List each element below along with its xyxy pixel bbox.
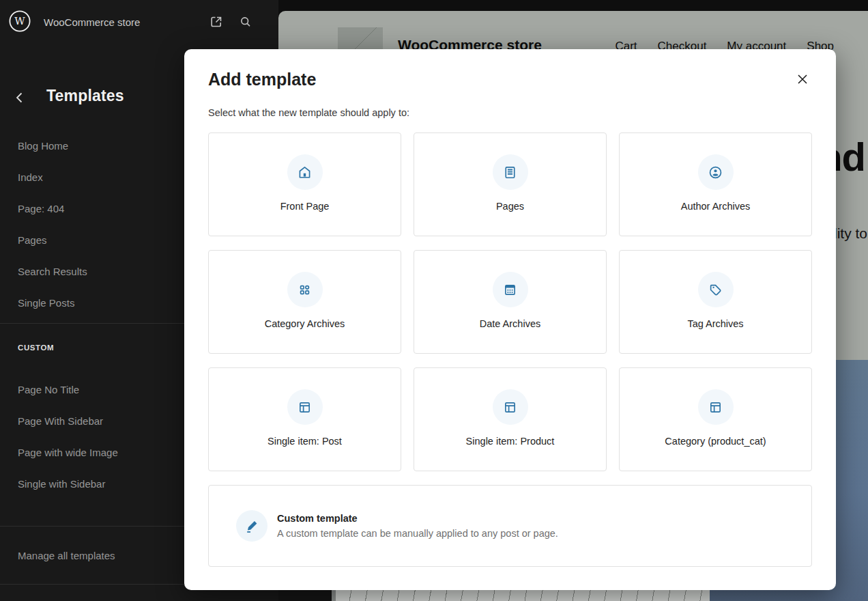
sidebar-divider [0, 584, 184, 585]
template-option-label: Category (product_cat) [665, 436, 766, 447]
add-template-modal: Add template Select what the new templat… [184, 49, 836, 590]
view-site-icon[interactable] [209, 14, 224, 29]
page-icon [502, 164, 519, 181]
modal-subtitle: Select what the new template should appl… [208, 107, 812, 118]
template-option-card[interactable]: Category Archives [208, 250, 401, 354]
template-option-card[interactable]: Tag Archives [619, 250, 812, 354]
template-option-label: Category Archives [265, 318, 345, 329]
svg-text:W: W [14, 15, 25, 27]
template-option-label: Tag Archives [687, 318, 743, 329]
template-option-label: Date Archives [480, 318, 540, 329]
sidebar-header: Templates [0, 86, 184, 109]
calendar-icon [502, 281, 519, 298]
sidebar-item[interactable]: Page With Sidebar [0, 405, 184, 436]
layout-icon [707, 399, 724, 416]
site-name: WooCommerce store [44, 16, 140, 28]
custom-template-card[interactable]: Custom template A custom template can be… [208, 485, 812, 567]
preview-text-fragment: lity to [834, 225, 867, 242]
custom-template-title: Custom template [277, 513, 558, 524]
template-option-card[interactable]: Author Archives [619, 132, 812, 236]
preview-photo-strip [278, 590, 710, 601]
sidebar-item[interactable]: Blog Home [0, 130, 184, 161]
sidebar-item[interactable]: Search Results [0, 255, 184, 287]
template-option-label: Single item: Post [267, 436, 342, 447]
manage-all-templates-button[interactable]: Manage all templates [0, 544, 184, 566]
custom-template-list: Page No TitlePage With SidebarPage with … [0, 374, 184, 499]
template-option-card[interactable]: Single item: Post [208, 367, 401, 471]
sidebar-item[interactable]: Page: 404 [0, 193, 184, 224]
pencil-icon [244, 518, 261, 535]
template-options-grid: Front Page Pages Author Archives Categor… [208, 132, 812, 471]
sidebar-title: Templates [46, 87, 124, 105]
template-option-label: Front Page [280, 201, 330, 212]
sidebar-item[interactable]: Page with wide Image [0, 436, 184, 468]
modal-title: Add template [208, 70, 316, 89]
home-icon [296, 164, 313, 181]
wordpress-logo-icon[interactable]: W [8, 10, 31, 33]
category-icon [296, 281, 313, 298]
template-option-label: Single item: Product [466, 436, 555, 447]
template-option-card[interactable]: Category (product_cat) [619, 367, 812, 471]
search-icon[interactable] [238, 14, 253, 29]
sidebar-item[interactable]: Page No Title [0, 374, 184, 405]
template-option-label: Pages [496, 201, 524, 212]
sidebar-divider [0, 323, 184, 324]
modal-header: Add template [208, 70, 812, 89]
sidebar-item[interactable]: Pages [0, 224, 184, 255]
author-icon [707, 164, 724, 181]
template-list: Blog HomeIndexPage: 404PagesSearch Resul… [0, 130, 184, 318]
sidebar-item[interactable]: Single Posts [0, 287, 184, 318]
template-option-label: Author Archives [681, 201, 751, 212]
custom-template-description: A custom template can be manually applie… [277, 528, 558, 539]
template-option-card[interactable]: Single item: Product [414, 367, 607, 471]
sidebar-item[interactable]: Single with Sidebar [0, 468, 184, 499]
custom-section-label: CUSTOM [18, 344, 54, 352]
template-option-card[interactable]: Pages [414, 132, 607, 236]
layout-icon [502, 399, 519, 416]
tag-icon [707, 281, 724, 298]
site-editor: W WooCommerce store [0, 0, 868, 601]
back-chevron-icon[interactable] [12, 90, 27, 105]
template-option-card[interactable]: Date Archives [414, 250, 607, 354]
sidebar-divider [0, 526, 184, 527]
sidebar-item[interactable]: Index [0, 161, 184, 193]
close-icon[interactable] [793, 70, 812, 89]
template-option-card[interactable]: Front Page [208, 132, 401, 236]
editor-header: W WooCommerce store [0, 0, 278, 44]
layout-icon [296, 399, 313, 416]
